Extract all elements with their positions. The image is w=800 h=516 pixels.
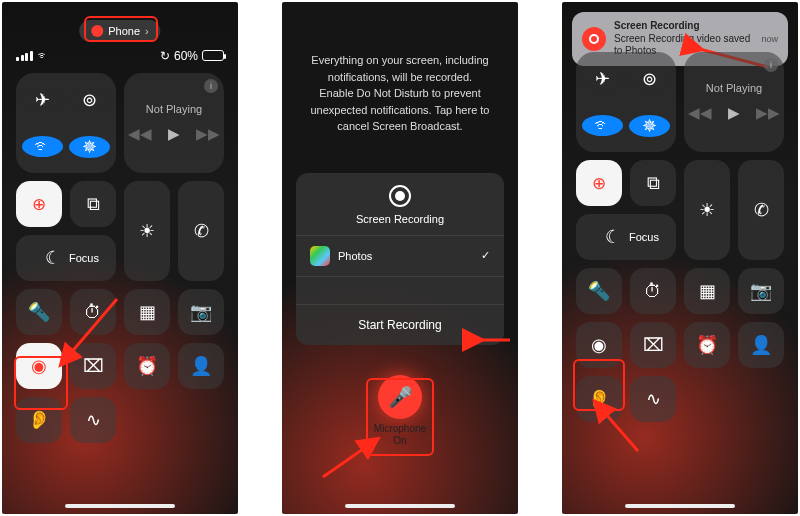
rotation-lock-toggle[interactable]: ⊕ xyxy=(16,181,62,227)
cellular-toggle[interactable]: ⊚ xyxy=(629,68,670,90)
volume-slider[interactable]: ✆ xyxy=(738,160,784,260)
ear-icon: 👂 xyxy=(28,409,50,431)
calculator-button[interactable]: ▦ xyxy=(124,289,170,335)
connectivity-module[interactable]: ✈ ⊚ ᯤ ✵ xyxy=(16,73,116,173)
low-power-button[interactable]: ⌧ xyxy=(630,322,676,368)
lowpower-icon: ⌧ xyxy=(643,334,664,356)
forward-icon[interactable]: ▶▶ xyxy=(196,125,220,143)
phone-icon: ✆ xyxy=(194,220,209,242)
timer-button[interactable]: ⏱ xyxy=(630,268,676,314)
airplane-icon: ✈ xyxy=(595,68,610,90)
flashlight-button[interactable]: 🔦 xyxy=(16,289,62,335)
empty-row xyxy=(296,276,504,304)
media-module[interactable]: i Not Playing ◀◀ ▶ ▶▶ xyxy=(124,73,224,173)
control-center-screen-3: Screen Recording Screen Recording video … xyxy=(562,2,798,514)
focus-button[interactable]: ☾ Focus xyxy=(576,214,676,260)
person-icon: 👤 xyxy=(750,334,772,356)
info-icon[interactable]: i xyxy=(204,79,218,93)
bluetooth-icon: ✵ xyxy=(82,136,97,158)
rotation-lock-toggle[interactable]: ⊕ xyxy=(576,160,622,206)
brightness-slider[interactable]: ☀ xyxy=(124,181,170,281)
recording-pill[interactable]: Phone › xyxy=(79,20,160,42)
home-indicator[interactable] xyxy=(345,504,455,508)
start-recording-button[interactable]: Start Recording xyxy=(296,304,504,345)
annotation-arrow xyxy=(318,442,378,484)
sheet-title: Screen Recording xyxy=(356,213,444,225)
cellular-toggle[interactable]: ⊚ xyxy=(69,89,110,111)
home-indicator[interactable] xyxy=(65,504,175,508)
destination-label: Photos xyxy=(338,250,372,262)
volume-slider[interactable]: ✆ xyxy=(178,181,224,281)
airplane-icon: ✈ xyxy=(35,89,50,111)
banner-title: Screen Recording xyxy=(614,20,753,33)
wifi-toggle[interactable]: ᯤ xyxy=(22,136,63,157)
airplane-toggle[interactable]: ✈ xyxy=(22,89,63,111)
ear-icon: 👂 xyxy=(588,388,610,410)
flashlight-icon: 🔦 xyxy=(28,301,50,323)
record-ring-icon xyxy=(389,185,411,207)
banner-time: now xyxy=(761,34,778,44)
flashlight-button[interactable]: 🔦 xyxy=(576,268,622,314)
wifi-toggle[interactable]: ᯤ xyxy=(582,115,623,136)
screen-mirror-button[interactable]: ⧉ xyxy=(630,160,676,206)
hearing-button[interactable]: 👂 xyxy=(576,376,622,422)
microphone-toggle[interactable]: 🎤 MicrophoneOn xyxy=(370,375,430,447)
calculator-icon: ▦ xyxy=(139,301,156,323)
destination-row[interactable]: Photos ✓ xyxy=(296,235,504,276)
wifi-icon: ᯤ xyxy=(594,115,612,136)
rewind-icon[interactable]: ◀◀ xyxy=(128,125,152,143)
sheet-header: Screen Recording xyxy=(296,173,504,235)
screen-mirror-button[interactable]: ⧉ xyxy=(70,181,116,227)
focus-label: Focus xyxy=(629,231,659,243)
camera-icon: 📷 xyxy=(190,301,212,323)
timer-icon: ⏱ xyxy=(644,281,662,302)
record-banner-icon xyxy=(582,27,606,51)
forward-icon[interactable]: ▶▶ xyxy=(756,104,780,122)
timer-button[interactable]: ⏱ xyxy=(70,289,116,335)
broadcast-warning[interactable]: Everything on your screen, including not… xyxy=(282,2,518,135)
airplane-toggle[interactable]: ✈ xyxy=(582,68,623,90)
media-module[interactable]: i Not Playing ◀◀ ▶ ▶▶ xyxy=(684,52,784,152)
person-icon: 👤 xyxy=(190,355,212,377)
add-person-button[interactable]: 👤 xyxy=(738,322,784,368)
shazam-button[interactable]: ∿ xyxy=(70,397,116,443)
calculator-button[interactable]: ▦ xyxy=(684,268,730,314)
control-grid: ✈ ⊚ ᯤ ✵ i Not Playing ◀◀ ▶ ▶▶ ⊕ ⧉ ☀ ✆ ☾ … xyxy=(2,63,238,453)
control-center-screen-1: Phone › ᯤ ↻ 60% ✈ ⊚ ᯤ ✵ i Not Playing ◀◀… xyxy=(2,2,238,514)
media-title: Not Playing xyxy=(706,82,762,94)
rewind-icon[interactable]: ◀◀ xyxy=(688,104,712,122)
bluetooth-toggle[interactable]: ✵ xyxy=(629,115,670,137)
camera-button[interactable]: 📷 xyxy=(178,289,224,335)
moon-icon: ☾ xyxy=(605,226,621,248)
play-icon[interactable]: ▶ xyxy=(728,104,740,122)
home-indicator[interactable] xyxy=(625,504,735,508)
mirror-icon: ⧉ xyxy=(87,194,100,215)
screen-record-button[interactable]: ◉ xyxy=(16,343,62,389)
alarm-button[interactable]: ⏰ xyxy=(684,322,730,368)
hearing-button[interactable]: 👂 xyxy=(16,397,62,443)
bluetooth-toggle[interactable]: ✵ xyxy=(69,136,110,158)
low-power-button[interactable]: ⌧ xyxy=(70,343,116,389)
screen-record-button[interactable]: ◉ xyxy=(576,322,622,368)
camera-button[interactable]: 📷 xyxy=(738,268,784,314)
battery-icon xyxy=(202,50,224,61)
mirror-icon: ⧉ xyxy=(647,173,660,194)
battery-pct: 60% xyxy=(174,49,198,63)
brightness-icon: ☀ xyxy=(139,220,155,242)
alarm-icon: ⏰ xyxy=(696,334,718,356)
connectivity-module[interactable]: ✈ ⊚ ᯤ ✵ xyxy=(576,52,676,152)
record-dot-icon xyxy=(91,25,103,37)
add-person-button[interactable]: 👤 xyxy=(178,343,224,389)
shazam-icon: ∿ xyxy=(86,409,101,431)
info-icon[interactable]: i xyxy=(764,58,778,72)
alarm-button[interactable]: ⏰ xyxy=(124,343,170,389)
alarm-icon: ⏰ xyxy=(136,355,158,377)
pill-label: Phone xyxy=(108,25,140,37)
mic-label: Microphone xyxy=(374,423,426,434)
shazam-button[interactable]: ∿ xyxy=(630,376,676,422)
focus-button[interactable]: ☾ Focus xyxy=(16,235,116,281)
brightness-slider[interactable]: ☀ xyxy=(684,160,730,260)
play-icon[interactable]: ▶ xyxy=(168,125,180,143)
shazam-icon: ∿ xyxy=(646,388,661,410)
moon-icon: ☾ xyxy=(45,247,61,269)
